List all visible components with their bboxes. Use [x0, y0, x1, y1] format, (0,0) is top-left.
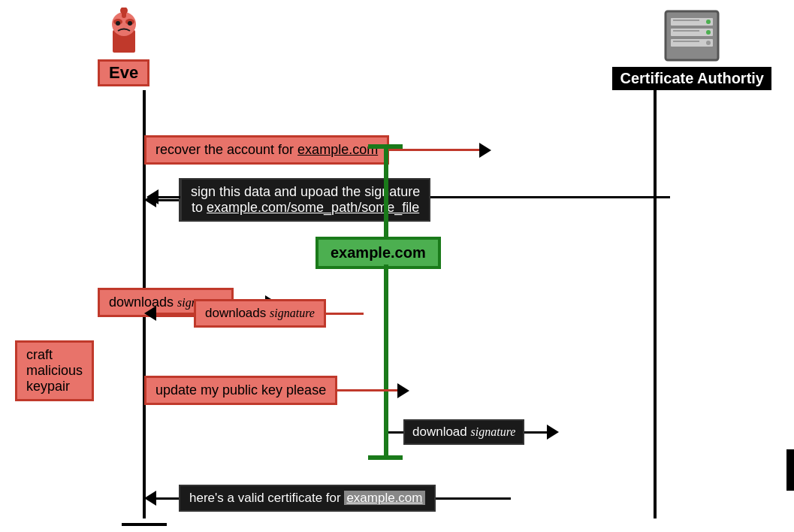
msg9-box: here's a valid certificate for example.c… — [179, 485, 436, 512]
ca-actor: Certificate Authortiy — [612, 8, 771, 90]
msg2-box-pos: sign this data and upoad the signature t… — [180, 178, 430, 222]
msg6-container: update my public key please — [144, 376, 409, 405]
msg7-arrow — [547, 425, 559, 440]
green-tbar-bottom — [368, 455, 403, 460]
msg2-arrow-left — [146, 189, 158, 204]
example-com-node: example.com — [315, 237, 441, 269]
eve-label: Eve — [98, 59, 149, 86]
green-tbar-top — [368, 144, 403, 149]
msg1-box: recover the account for example.com — [144, 135, 389, 165]
eve-base-left — [122, 523, 167, 526]
msg4-msgbox: downloads signature — [194, 299, 326, 328]
msg1-container: recover the account for example.com — [144, 135, 491, 165]
svg-point-13 — [706, 20, 711, 24]
msg4-arrow-line: downloads signature — [144, 299, 364, 328]
msg7-sig: signature — [471, 425, 516, 438]
svg-point-14 — [706, 30, 711, 35]
svg-point-4 — [116, 21, 120, 26]
msg1-line — [389, 149, 479, 151]
msg6-box: update my public key please — [144, 376, 337, 405]
eve-figure — [101, 8, 146, 56]
msg7-line1 — [388, 431, 403, 434]
example-com-label: example.com — [315, 237, 441, 269]
ca-label: Certificate Authortiy — [612, 67, 771, 90]
sig-valid-text: signature valid ✔ — [786, 449, 794, 491]
svg-rect-16 — [673, 20, 699, 21]
msg6-line — [337, 389, 397, 391]
eve-actor: Eve — [98, 8, 149, 86]
craft-label: craft malicious keypair — [15, 340, 94, 401]
msg9-line1 — [156, 497, 179, 500]
msg2-dark-box: sign this data and upoad the signature t… — [180, 178, 430, 222]
svg-point-15 — [706, 41, 711, 45]
msg9-container: here's a valid certificate for example.c… — [144, 485, 511, 512]
svg-rect-17 — [673, 30, 699, 32]
msg6-arrow — [397, 383, 409, 398]
svg-rect-18 — [673, 41, 699, 42]
msg7-line2 — [524, 431, 547, 434]
msg9-arrow — [144, 491, 156, 506]
green-vline-top — [384, 147, 388, 238]
ca-lifeline — [654, 90, 657, 518]
msg1-link: example.com — [297, 142, 378, 157]
svg-point-5 — [128, 21, 132, 26]
msg4-sig-text: signature — [270, 307, 315, 319]
msg9-link: example.com — [344, 491, 424, 505]
msg7-container: download signature — [388, 419, 559, 445]
msg7-box: download signature — [403, 419, 524, 445]
msg1-arrow — [479, 143, 491, 158]
msg9-line2 — [436, 497, 511, 500]
diagram: Eve Certificate Authortiy recover the ac… — [0, 0, 794, 532]
msg4-hline2 — [326, 313, 364, 315]
ca-figure — [662, 8, 722, 64]
msg4-arrowhead — [144, 306, 156, 321]
msg4-hline — [156, 313, 194, 315]
